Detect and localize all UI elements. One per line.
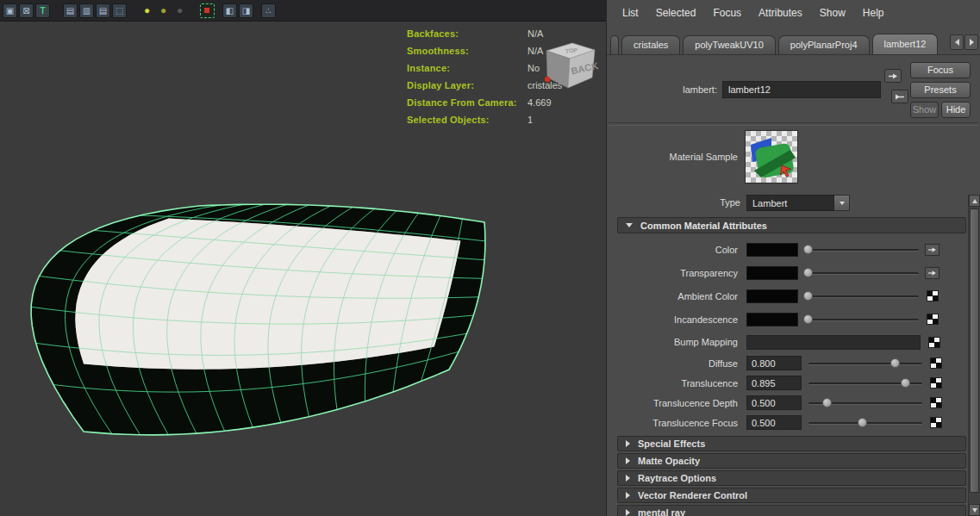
slider-groove[interactable] — [805, 319, 919, 321]
collapse-arrow-icon — [626, 223, 633, 227]
output-connections-icon[interactable] — [891, 90, 908, 103]
section-vector-renderer-control[interactable]: Vector Renderer Control — [617, 488, 966, 503]
menu-list[interactable]: List — [614, 7, 647, 19]
status-dot-gray[interactable]: ● — [172, 3, 187, 18]
hud-label: Smoothness: — [407, 46, 527, 56]
dotted-box-icon[interactable]: ⬚ — [112, 3, 127, 18]
tab-cristales[interactable]: cristales — [621, 35, 680, 54]
section-common-material-attributes[interactable]: Common Material Attributes — [617, 217, 966, 233]
translucence-slider-handle[interactable] — [901, 378, 910, 388]
incandescence-slider[interactable] — [805, 313, 919, 326]
material-sample-swatch[interactable] — [745, 130, 798, 183]
slider-groove[interactable] — [805, 295, 919, 298]
incandescence-texture-button[interactable] — [927, 314, 939, 325]
translucence-focus-slider-handle[interactable] — [858, 418, 867, 427]
ambient-color-swatch[interactable] — [746, 289, 798, 303]
status-dot-olive[interactable]: ● — [156, 3, 171, 18]
tab-scroll-right-icon[interactable] — [964, 34, 978, 50]
menu-show[interactable]: Show — [811, 7, 854, 19]
translucence-focus-input[interactable] — [746, 415, 802, 430]
bump-mapping-texture-button[interactable] — [928, 337, 940, 348]
translucence-focus-texture-button[interactable] — [930, 417, 942, 428]
tab-partial[interactable] — [610, 35, 619, 54]
menu-selected[interactable]: Selected — [647, 7, 705, 19]
input-connections-icon[interactable] — [884, 69, 902, 83]
slider-groove[interactable] — [808, 363, 922, 365]
menu-attributes[interactable]: Attributes — [750, 7, 811, 19]
hide-button[interactable]: Hide — [941, 102, 971, 118]
view-cube[interactable]: TOP BACK — [521, 37, 600, 99]
transparency-connection-button[interactable] — [925, 267, 939, 279]
translucence-depth-input[interactable] — [746, 395, 802, 410]
ambient-color-slider[interactable] — [805, 289, 919, 303]
presets-button[interactable]: Presets — [910, 82, 971, 98]
bump-mapping-input[interactable] — [746, 335, 921, 350]
diffuse-texture-button[interactable] — [930, 357, 942, 369]
diffuse-input[interactable] — [746, 356, 802, 370]
transparency-slider[interactable] — [805, 266, 919, 280]
section-title: Common Material Attributes — [640, 221, 767, 231]
ambient-color-slider-handle[interactable] — [803, 291, 813, 301]
camera-view-icon[interactable]: ▤ — [63, 3, 78, 18]
translucence-depth-slider[interactable] — [808, 396, 922, 410]
tab-lambert12[interactable]: lambert12 — [872, 34, 939, 54]
color-slider[interactable] — [805, 243, 919, 257]
section-special-effects[interactable]: Special Effects — [617, 436, 966, 451]
diffuse-slider-handle[interactable] — [890, 358, 900, 368]
translucence-focus-slider[interactable] — [808, 416, 922, 430]
color-slider-handle[interactable] — [803, 245, 813, 254]
ambient-color-label: Ambient Color — [617, 291, 746, 302]
attr-row-bump-mapping: Bump Mapping — [617, 331, 966, 353]
section-raytrace-options[interactable]: Raytrace Options — [617, 470, 966, 486]
transparency-slider-handle[interactable] — [803, 268, 813, 277]
section-matte-opacity[interactable]: Matte Opacity — [617, 453, 966, 469]
tab-polytweakuv10[interactable]: polyTweakUV10 — [683, 35, 776, 54]
translucence-slider[interactable] — [808, 376, 922, 390]
grid-close-icon[interactable]: ⊠ — [19, 3, 34, 18]
translucence-input[interactable] — [746, 376, 802, 390]
ambient-color-texture-button[interactable] — [927, 290, 939, 302]
focus-button[interactable]: Focus — [910, 62, 971, 78]
status-dot-yellow[interactable]: ● — [140, 3, 154, 18]
node-name-input[interactable] — [722, 81, 881, 98]
expand-arrow-icon — [626, 509, 630, 516]
perspective-view-icon[interactable]: ▥ — [79, 3, 94, 18]
slider-groove[interactable] — [805, 249, 919, 252]
diffuse-label: Diffuse — [617, 358, 746, 369]
hud-label: Instance: — [407, 63, 527, 73]
tab-scroll-left-icon[interactable] — [950, 34, 964, 50]
color-swatch[interactable] — [746, 243, 798, 257]
slider-groove[interactable] — [805, 272, 919, 275]
scrollbar-thumb[interactable] — [970, 208, 979, 493]
viewport-canvas[interactable]: Backfaces: N/A Smoothness: N/A Instance:… — [0, 22, 606, 516]
diffuse-slider[interactable] — [808, 357, 922, 370]
share-nodes-icon[interactable]: ∴ — [261, 3, 276, 18]
view-cube-axis-dot — [545, 77, 550, 82]
incandescence-swatch[interactable] — [746, 313, 798, 326]
dropdown-arrow-icon[interactable] — [834, 195, 850, 211]
window-icon[interactable]: ▣ — [3, 3, 17, 18]
translucence-depth-texture-button[interactable] — [930, 397, 942, 408]
node-header: lambert: Focus Presets Show Hide — [607, 55, 980, 122]
show-button[interactable]: Show — [910, 102, 939, 118]
attribute-editor-scrollbar[interactable] — [968, 195, 980, 516]
material-type-dropdown[interactable]: Lambert — [746, 195, 850, 211]
orthographic-view-icon[interactable]: ▤ — [96, 3, 110, 18]
split-panel-right-icon[interactable]: ◨ — [239, 3, 253, 18]
marquee-selection-icon[interactable] — [200, 3, 215, 18]
menu-help[interactable]: Help — [854, 7, 893, 19]
scroll-up-icon[interactable] — [969, 195, 980, 207]
material-type-value[interactable]: Lambert — [746, 195, 834, 211]
section-mental-ray[interactable]: mental ray — [617, 505, 966, 516]
scroll-down-icon[interactable] — [969, 504, 980, 516]
color-connection-button[interactable] — [925, 244, 939, 256]
transparency-swatch[interactable] — [746, 266, 798, 280]
incandescence-slider-handle[interactable] — [803, 314, 813, 324]
red-cursor-dot — [204, 8, 209, 13]
tab-polyplanarproj4[interactable]: polyPlanarProj4 — [778, 35, 870, 54]
menu-focus[interactable]: Focus — [704, 7, 750, 19]
translucence-texture-button[interactable] — [930, 377, 942, 389]
translucence-depth-slider-handle[interactable] — [822, 398, 832, 407]
text-tool-icon[interactable]: T — [35, 3, 50, 18]
split-panel-left-icon[interactable]: ◧ — [222, 3, 237, 18]
